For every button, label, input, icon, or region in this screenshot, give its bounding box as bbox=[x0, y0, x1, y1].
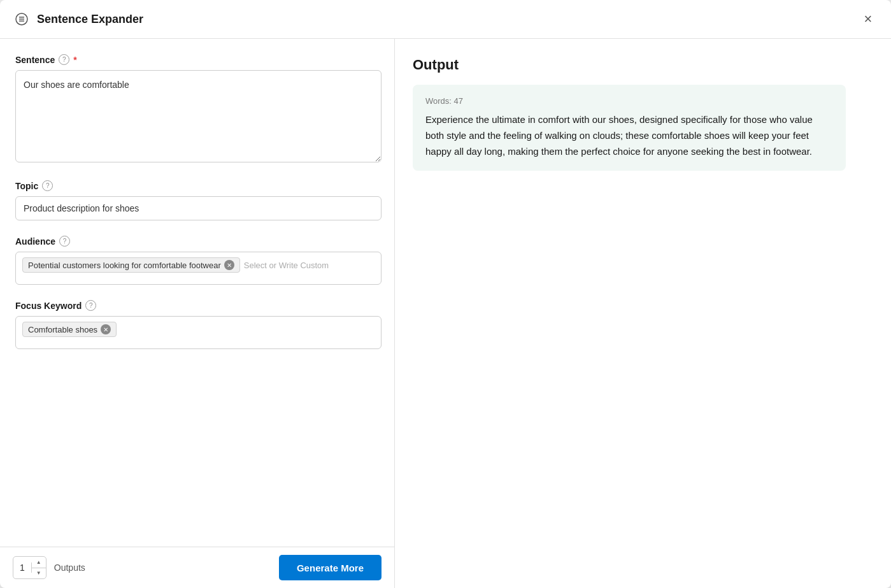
outputs-label: Outputs bbox=[54, 563, 85, 573]
focus-keyword-tag: Comfortable shoes ✕ bbox=[22, 322, 117, 337]
sentence-label: Sentence ? * bbox=[15, 54, 381, 65]
focus-keyword-tag-text: Comfortable shoes bbox=[28, 325, 97, 334]
sentence-textarea[interactable]: Our shoes are comfortable bbox=[15, 70, 381, 162]
modal-header: Sentence Expander × bbox=[0, 0, 891, 39]
left-panel: Sentence ? * Our shoes are comfortable T… bbox=[0, 39, 395, 588]
outputs-value: 1 bbox=[13, 563, 32, 573]
output-card: Words: 47 Experience the ultimate in com… bbox=[413, 85, 846, 171]
generate-button[interactable]: Generate More bbox=[279, 555, 381, 580]
output-title: Output bbox=[413, 57, 873, 73]
close-button[interactable]: × bbox=[858, 9, 878, 29]
header-left: Sentence Expander bbox=[13, 10, 143, 28]
sentence-help-icon[interactable]: ? bbox=[59, 54, 69, 65]
audience-tag-remove[interactable]: ✕ bbox=[224, 260, 234, 270]
left-scroll-area: Sentence ? * Our shoes are comfortable T… bbox=[0, 39, 394, 547]
output-word-count: Words: 47 bbox=[425, 96, 833, 106]
modal-title: Sentence Expander bbox=[37, 13, 143, 26]
focus-keyword-label: Focus Keyword ? bbox=[15, 300, 381, 311]
audience-tags-input[interactable]: Potential customers looking for comforta… bbox=[15, 252, 381, 285]
right-panel: Output Words: 47 Experience the ultimate… bbox=[395, 39, 891, 588]
audience-help-icon[interactable]: ? bbox=[59, 236, 70, 247]
outputs-stepper[interactable]: 1 ▲ ▼ bbox=[13, 556, 46, 579]
stepper-down-button[interactable]: ▼ bbox=[32, 568, 46, 579]
stepper-up-button[interactable]: ▲ bbox=[32, 557, 46, 568]
topic-label: Topic ? bbox=[15, 180, 381, 191]
required-indicator: * bbox=[73, 55, 76, 65]
audience-field-group: Audience ? Potential customers looking f… bbox=[15, 236, 381, 285]
output-text: Experience the ultimate in comfort with … bbox=[425, 112, 833, 159]
focus-keyword-tags-input[interactable]: Comfortable shoes ✕ bbox=[15, 316, 381, 349]
audience-placeholder: Select or Write Custom bbox=[244, 257, 329, 274]
audience-tag: Potential customers looking for comforta… bbox=[22, 257, 240, 273]
topic-help-icon[interactable]: ? bbox=[42, 180, 53, 191]
focus-keyword-tag-remove[interactable]: ✕ bbox=[101, 324, 111, 334]
audience-label: Audience ? bbox=[15, 236, 381, 247]
topic-field-group: Topic ? bbox=[15, 180, 381, 220]
focus-keyword-field-group: Focus Keyword ? Comfortable shoes ✕ bbox=[15, 300, 381, 349]
topic-input[interactable] bbox=[15, 196, 381, 220]
modal-body: Sentence ? * Our shoes are comfortable T… bbox=[0, 39, 891, 588]
sentence-field-group: Sentence ? * Our shoes are comfortable bbox=[15, 54, 381, 165]
menu-icon[interactable] bbox=[13, 10, 31, 28]
stepper-arrows: ▲ ▼ bbox=[32, 557, 46, 578]
audience-tag-text: Potential customers looking for comforta… bbox=[28, 261, 221, 270]
modal-container: Sentence Expander × Sentence ? * Our sho… bbox=[0, 0, 891, 588]
focus-keyword-help-icon[interactable]: ? bbox=[85, 300, 96, 311]
modal-footer: 1 ▲ ▼ Outputs Generate More bbox=[0, 547, 394, 588]
